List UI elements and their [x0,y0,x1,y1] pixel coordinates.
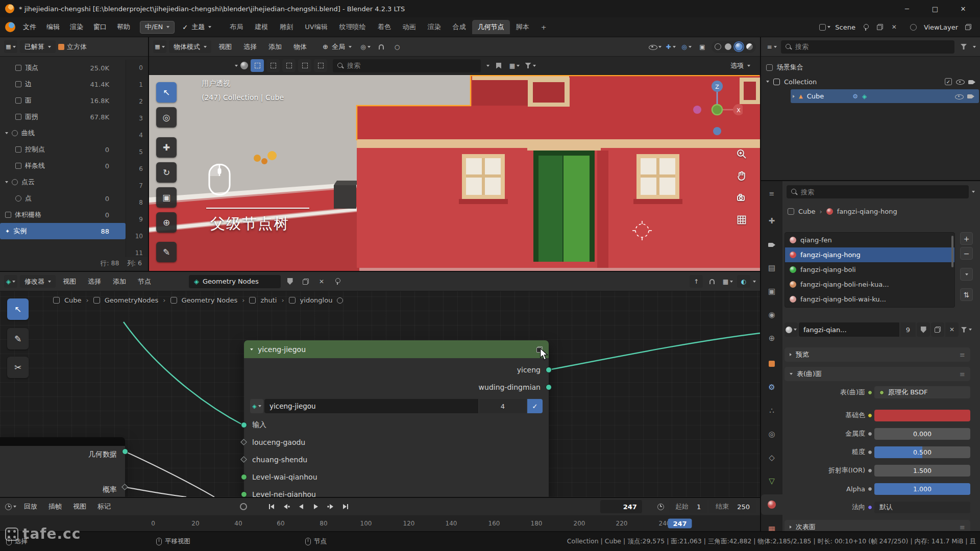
group-browse-button[interactable]: ◈ [250,399,263,413]
dataset-row-vertex[interactable]: 顶点25.0K [0,60,126,76]
dataset-row-edge[interactable]: 边41.4K [0,76,126,92]
material-slot[interactable]: fangzi-qiang-boli-nei-kua... [785,277,954,292]
zoom-button[interactable] [733,145,750,163]
select-mode-invert-button[interactable] [298,59,311,72]
select-mode-extend-button[interactable] [266,59,280,72]
menu-marker[interactable]: 标记 [93,500,115,513]
dataset-dropdown[interactable]: 已解算 [20,40,56,53]
dataset-row-curve[interactable]: 曲线 [0,125,126,141]
slot-specials-button[interactable] [960,268,973,281]
material-specials-button[interactable] [960,323,973,336]
select-mode-subtract-button[interactable] [282,59,296,72]
camera-view-button[interactable] [733,189,750,207]
scene-unlink-button[interactable]: ✕ [888,21,901,34]
editor-type-button[interactable]: ◈ [4,275,17,288]
scene-name[interactable]: Scene [832,23,858,31]
search-input[interactable] [347,62,476,69]
camera-icon[interactable] [968,79,976,85]
outliner-row-collection[interactable]: Collection ✓ [766,75,976,88]
timeline-ruler[interactable]: 0 20 40 60 80 100 120 140 160 180 200 22… [0,515,760,531]
theme-menu[interactable]: ✓主题 [178,21,216,34]
mode-dropdown[interactable]: 物体模式 [169,40,211,53]
alpha-slider[interactable]: 1.000 [874,483,970,495]
menu-object[interactable]: 物体 [289,41,311,53]
maximize-button[interactable]: □ [923,0,947,17]
overlays-dropdown[interactable]: ◎ [680,40,693,53]
node-yiceng-jiegou[interactable]: yiceng-jiegou yiceng wuding-dingmian ◈ y… [244,340,549,497]
material-name-field[interactable]: fangzi-qian... [799,322,899,337]
viewlayer-browse-button[interactable] [907,21,920,34]
node-tree-name-field[interactable]: ◈ Geometry Nodes [189,275,281,288]
frame-start-field[interactable]: 起始1 [669,500,707,513]
tab-animation[interactable]: 动画 [397,20,422,34]
tool-annotate[interactable]: ✎ [156,242,177,262]
navigation-gizmo[interactable]: Z X [692,78,743,138]
node-tool-links-cut[interactable]: ✂ [7,357,29,378]
roughness-slider[interactable]: 0.500 [874,446,970,458]
outliner-search-field[interactable] [781,40,954,54]
socket-yiceng-out[interactable] [546,367,552,373]
orientation-dropdown[interactable]: ⊕全局 [318,40,356,53]
node-canvas[interactable]: Cube › GeometryNodes › Geometry Nodes › … [0,291,760,497]
options-dropdown[interactable]: 选项 [726,59,755,72]
panel-surface-header[interactable]: 表(曲)面 ≡ [785,367,970,381]
tab-render[interactable] [761,234,782,255]
node-header[interactable] [0,437,125,446]
tab-layout[interactable]: 布局 [224,20,249,34]
viewport-search-field[interactable] [333,59,481,72]
filter-dropdown[interactable] [524,59,537,72]
dataset-row-control-point[interactable]: 控制点0 [0,141,126,158]
tab-rendering[interactable]: 渲染 [422,20,447,34]
go-to-parent-button[interactable]: ↑ [690,275,703,288]
prev-keyframe-button[interactable] [279,500,293,513]
shading-material-button[interactable] [735,43,743,51]
frame-end-field[interactable]: 结束250 [709,500,756,513]
jump-to-start-button[interactable] [264,500,278,513]
snap-grid-dropdown[interactable]: ▦ [721,275,734,288]
metallic-slider[interactable]: 0.000 [874,428,970,440]
outliner-search-input[interactable] [795,43,950,51]
remove-slot-button[interactable]: − [960,247,973,260]
tab-scripting[interactable]: 脚本 [510,20,535,34]
material-slot[interactable]: fangzi-qiang-boli [785,262,954,277]
close-button[interactable]: ✕ [951,0,975,17]
material-browse-button[interactable] [785,322,798,337]
material-fake-user-button[interactable] [917,322,930,337]
tab-physics[interactable]: ◎ [761,424,782,444]
overlays-toggle[interactable]: ◐ [737,275,750,288]
snap-toggle[interactable] [375,40,388,53]
group-name-field[interactable]: yiceng-jiegou [264,399,478,413]
menu-render[interactable]: 渲染 [65,21,88,33]
editor-type-button[interactable]: ▦ [153,40,166,53]
menu-edit[interactable]: 编辑 [42,21,64,33]
menu-file[interactable]: 文件 [18,21,41,33]
properties-search-field[interactable] [787,185,969,198]
tab-geometry-nodes[interactable]: 几何节点 [472,20,510,34]
menu-help[interactable]: 帮助 [112,21,135,33]
scene-copy-button[interactable] [873,21,887,34]
lang-toggle[interactable]: 中/EN [140,21,175,34]
tool-cursor[interactable]: ◎ [156,107,177,128]
editor-type-button[interactable]: ▦ [4,40,17,53]
tab-uv-editing[interactable]: UV编辑 [299,20,333,34]
tab-view-layer[interactable]: ▣ [761,281,782,302]
slot-list-scrollbar[interactable] [951,236,953,267]
tab-compositing[interactable]: 合成 [447,20,472,34]
jump-to-end-button[interactable] [338,500,352,513]
grid-toggle[interactable]: ▦ [508,59,521,72]
menu-playback[interactable]: 回放 [19,500,42,513]
tab-texture-paint[interactable]: 纹理喷绘 [334,20,372,34]
playhead[interactable]: 247 [668,518,692,528]
tool-transform[interactable]: ⊕ [156,212,177,233]
viewlayer-copy-button[interactable] [962,21,975,34]
tab-sculpting[interactable]: 雕刻 [274,20,299,34]
auto-key-toggle[interactable] [240,503,247,510]
menu-add[interactable]: 添加 [108,276,131,288]
xray-toggle[interactable]: ▣ [696,40,709,53]
material-unlink-button[interactable]: ✕ [945,322,959,337]
minimize-button[interactable]: ─ [895,0,919,17]
node-tool-annotate[interactable]: ✎ [7,328,29,349]
editor-type-button[interactable] [4,500,17,513]
dataset-row-volume-grid[interactable]: 体积栅格0 [0,207,126,223]
socket-level-wai-in[interactable] [241,474,247,480]
